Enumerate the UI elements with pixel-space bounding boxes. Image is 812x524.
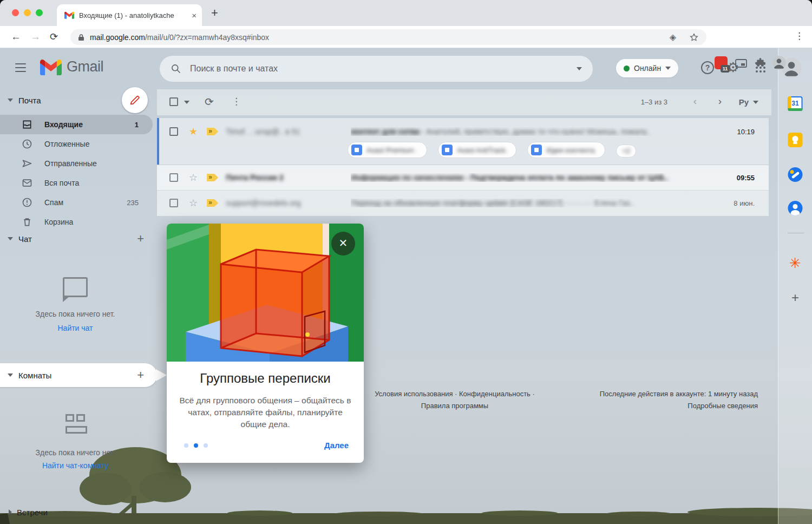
terms-link[interactable]: Условия использования · Конфиденциальнос… xyxy=(375,390,535,398)
search-icon[interactable] xyxy=(171,63,181,74)
chat-section-header[interactable]: Чат + xyxy=(0,232,157,246)
browser-profile-avatar[interactable] xyxy=(772,56,786,70)
email-time: 09:55 xyxy=(737,174,755,182)
reload-icon[interactable]: ⟳ xyxy=(50,31,58,43)
get-addons-icon[interactable]: + xyxy=(791,291,799,304)
gmail-logo: Gmail xyxy=(40,58,103,75)
modal-step-dots xyxy=(184,443,208,448)
language-chevron-icon[interactable] xyxy=(753,101,758,104)
step-dot[interactable] xyxy=(184,443,188,448)
back-icon[interactable]: ← xyxy=(11,31,21,43)
input-language-label[interactable]: Ру xyxy=(739,97,749,107)
sidebar-item-spam[interactable]: Спам 235 xyxy=(0,193,153,212)
find-chat-link[interactable]: Найти чат xyxy=(0,324,150,332)
bookmark-star-icon[interactable] xyxy=(689,32,699,42)
meet-section-header[interactable]: Встречи xyxy=(0,505,157,519)
help-button[interactable]: ? xyxy=(701,61,714,74)
collapse-rooms-icon[interactable] xyxy=(8,374,13,377)
sidebar-item-sent[interactable]: Отправленные xyxy=(0,154,153,173)
close-window-button[interactable] xyxy=(12,9,19,16)
star-icon[interactable]: ☆ xyxy=(189,173,198,182)
modal-title: Групповые переписки xyxy=(167,371,364,386)
sidebar-item-trash[interactable]: Корзина xyxy=(0,212,153,232)
new-tab-button[interactable]: + xyxy=(211,7,218,19)
selected-row-indicator xyxy=(157,118,159,165)
rooms-section-header[interactable]: Комнаты + xyxy=(0,363,157,387)
browser-menu-icon[interactable]: ⋮ xyxy=(795,30,804,42)
email-snippet: - Анатолий, приветствую, думаю то что ну… xyxy=(420,127,651,136)
labs-icon[interactable]: ◈ xyxy=(670,32,676,42)
sidebar-item-all-mail[interactable]: Вся почта xyxy=(0,173,153,193)
expand-meet-icon[interactable] xyxy=(9,509,12,515)
compose-button[interactable] xyxy=(122,87,148,113)
newer-page-icon[interactable]: ‹ xyxy=(693,95,697,107)
rooms-section-label: Комнаты xyxy=(18,371,51,380)
find-room-link[interactable]: Найти чат-комнату xyxy=(0,461,150,470)
activity-details-link[interactable]: Подробные сведения xyxy=(687,402,758,410)
collapse-chat-icon[interactable] xyxy=(8,237,13,240)
footer-links: Условия использования · Конфиденциальнос… xyxy=(357,388,552,412)
url-host: mail.google.com xyxy=(90,33,145,42)
program-policies-link[interactable]: Правила программы xyxy=(421,402,488,410)
sidebar-item-inbox[interactable]: Входящие 1 xyxy=(0,115,153,134)
attachment-overflow-chip[interactable]: +2 xyxy=(616,145,636,158)
new-room-icon[interactable]: + xyxy=(137,368,144,382)
attachment-chip[interactable]: Avast Premium . xyxy=(348,142,427,158)
search-input[interactable]: Поиск в почте и чатах xyxy=(160,56,593,82)
zoom-window-button[interactable] xyxy=(36,9,43,16)
trash-icon xyxy=(22,217,32,227)
row-checkbox[interactable] xyxy=(169,173,178,182)
sidebar-item-label: Вся почта xyxy=(44,179,139,187)
step-dot[interactable] xyxy=(204,443,208,448)
sidebar-item-label: Отложенные xyxy=(44,140,139,148)
tasks-icon[interactable] xyxy=(788,167,803,182)
step-dot-active[interactable] xyxy=(194,443,198,448)
row-checkbox[interactable] xyxy=(169,127,178,136)
modal-close-icon[interactable]: ✕ xyxy=(331,232,355,256)
side-panel: 31 ✳ + xyxy=(778,48,812,524)
sidebar-item-count: 1 xyxy=(135,121,139,129)
tab-close-icon[interactable]: × xyxy=(192,11,197,19)
email-row[interactable]: ☆ » Почта России 2 Информация по начисле… xyxy=(157,165,769,191)
email-subject: Переход на обновленную платформу update … xyxy=(351,199,562,207)
email-row[interactable]: ☆ » support@moedelo.org Переход на обнов… xyxy=(157,191,769,216)
importance-marker-icon: » xyxy=(207,174,218,181)
sidebar-item-snoozed[interactable]: Отложенные xyxy=(0,134,153,154)
modal-next-button[interactable]: Далее xyxy=(324,441,349,450)
star-icon[interactable]: ☆ xyxy=(189,198,198,208)
importance-marker-icon: » xyxy=(207,128,218,135)
chat-status-selector[interactable]: Онлайн xyxy=(616,59,678,77)
extension-badge: 11 xyxy=(721,65,730,73)
attachment-label: Идеи контента. xyxy=(546,146,596,154)
new-chat-icon[interactable]: + xyxy=(137,232,144,246)
contacts-icon[interactable] xyxy=(788,201,803,215)
select-all-checkbox[interactable] xyxy=(169,97,178,106)
collapse-mail-icon[interactable] xyxy=(8,99,13,102)
select-options-chevron-icon[interactable] xyxy=(184,101,189,104)
browser-tab[interactable]: Входящие (1) - anatoliytkache × xyxy=(57,4,202,26)
email-snippet: - Подтверждена оплата по заказному письм… xyxy=(463,173,669,182)
row-checkbox[interactable] xyxy=(169,199,178,207)
picture-in-picture-icon[interactable] xyxy=(735,59,747,68)
refresh-icon[interactable]: ⟳ xyxy=(205,95,214,108)
address-bar[interactable]: mail.google.com/mail/u/0/?zx=mamwh4ay8xs… xyxy=(70,29,706,45)
main-menu-icon[interactable] xyxy=(15,63,26,72)
lock-icon xyxy=(78,34,84,41)
search-options-chevron-icon[interactable] xyxy=(577,67,582,70)
older-page-icon[interactable]: › xyxy=(718,95,722,107)
minimize-window-button[interactable] xyxy=(24,9,31,16)
rooms-empty-icon xyxy=(66,414,89,434)
email-row[interactable]: ★ » Timof. .. unsp@.. в 51 контент для с… xyxy=(157,118,769,165)
rooms-tooltip-tail xyxy=(156,369,167,381)
keep-icon[interactable] xyxy=(788,133,803,147)
star-icon[interactable]: ★ xyxy=(189,127,198,136)
envelope-icon xyxy=(22,178,32,188)
zapier-addon-icon[interactable]: ✳ xyxy=(789,256,801,270)
more-options-icon[interactable]: ⋮ xyxy=(232,96,241,107)
status-label: Онлайн xyxy=(634,64,661,73)
attachment-chip[interactable]: Идеи контента. xyxy=(527,142,605,158)
extensions-puzzle-icon[interactable] xyxy=(755,57,766,69)
last-activity-label: Последние действия в аккаунте: 1 минуту … xyxy=(600,390,758,398)
calendar-icon[interactable]: 31 xyxy=(788,96,803,111)
attachment-chip[interactable]: Avast AntiTrack. xyxy=(438,142,516,158)
